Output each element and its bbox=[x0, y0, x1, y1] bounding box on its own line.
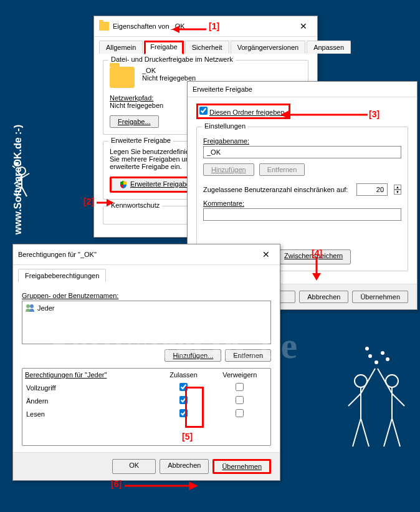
perm-row-change: Ändern bbox=[22, 394, 270, 407]
svg-point-27 bbox=[30, 304, 34, 308]
deny-read-checkbox[interactable] bbox=[236, 409, 244, 417]
svg-point-26 bbox=[26, 304, 30, 308]
svg-line-17 bbox=[378, 369, 392, 394]
tab-allgemein[interactable]: Allgemein bbox=[99, 41, 143, 54]
annotation-6: [6] bbox=[111, 479, 122, 489]
tabs: Freigabeberechtigungen bbox=[13, 265, 280, 282]
annotation-2: [2] bbox=[84, 196, 94, 206]
svg-marker-33 bbox=[280, 110, 289, 119]
annotation-5: [5] bbox=[182, 432, 193, 442]
svg-line-18 bbox=[392, 394, 404, 406]
cancel-button[interactable]: Abbrechen bbox=[299, 291, 348, 303]
svg-line-2 bbox=[14, 178, 22, 184]
svg-point-0 bbox=[18, 167, 26, 175]
group-legend: Einstellungen bbox=[202, 122, 248, 130]
sharename-label: Freigabename: bbox=[203, 137, 401, 145]
titlebar[interactable]: Berechtigungen für "_OK" ✕ bbox=[13, 244, 280, 265]
arrow-1 bbox=[172, 23, 209, 37]
svg-marker-35 bbox=[312, 273, 321, 281]
svg-point-6 bbox=[16, 162, 18, 165]
users-icon bbox=[25, 304, 35, 312]
arrow-6 bbox=[125, 480, 199, 493]
share-folder-checkbox[interactable] bbox=[199, 107, 208, 115]
spin-up-icon[interactable]: ▲ bbox=[394, 185, 401, 190]
perm-label: Vollzugriff bbox=[22, 381, 158, 394]
allow-full-checkbox[interactable] bbox=[179, 383, 188, 391]
group-legend: Erweiterte Freigabe bbox=[108, 137, 173, 144]
comments-label: Kommentare: bbox=[203, 200, 401, 207]
comments-input[interactable] bbox=[203, 208, 401, 221]
add-user-button[interactable]: Hinzufügen... bbox=[165, 349, 221, 362]
perm-row-read: Lesen bbox=[22, 407, 270, 420]
folder-icon bbox=[99, 22, 109, 31]
arrow-3 bbox=[280, 110, 371, 121]
deny-change-checkbox[interactable] bbox=[236, 396, 244, 404]
folder-name: _OK bbox=[142, 67, 196, 74]
tabs: Allgemein Freigabe Sicherheit Vorgängerv… bbox=[94, 37, 317, 54]
users-listbox[interactable]: Jeder bbox=[22, 301, 271, 344]
permissions-dialog: Berechtigungen für "_OK" ✕ Freigabeberec… bbox=[12, 244, 280, 481]
dialog-title: Berechtigungen für "_OK" bbox=[18, 251, 257, 258]
share-folder-highlight: Diesen Ordner freigeben bbox=[196, 104, 290, 119]
svg-line-11 bbox=[361, 369, 375, 394]
apply-button[interactable]: Übernehmen bbox=[212, 459, 271, 474]
allow-read-checkbox[interactable] bbox=[179, 409, 188, 417]
dialog-title: Erweiterte Freigabe bbox=[193, 85, 412, 93]
apply-button[interactable]: Übernehmen bbox=[352, 291, 408, 303]
stick-figure-highfive bbox=[339, 344, 414, 456]
stick-figure-idea bbox=[9, 162, 34, 200]
perm-row-full: Vollzugriff bbox=[22, 381, 270, 394]
shield-icon bbox=[119, 180, 128, 189]
list-item-everyone[interactable]: Jeder bbox=[24, 303, 269, 313]
svg-point-23 bbox=[375, 361, 378, 364]
folder-icon-large bbox=[110, 67, 135, 88]
remove-user-button[interactable]: Entfernen bbox=[225, 349, 271, 362]
annotation-1: [1] bbox=[209, 21, 219, 31]
ok-button[interactable]: OK bbox=[112, 459, 156, 474]
col-allow: Zulassen bbox=[158, 369, 209, 381]
tab-freigabe[interactable]: Freigabe bbox=[144, 41, 183, 54]
add-button: Hinzufügen bbox=[203, 163, 254, 176]
share-button[interactable]: Freigabe... bbox=[110, 115, 159, 128]
tab-sicherheit[interactable]: Sicherheit bbox=[185, 41, 229, 54]
deny-full-checkbox[interactable] bbox=[236, 383, 244, 391]
tab-anpassen[interactable]: Anpassen bbox=[307, 41, 351, 54]
max-users-input[interactable] bbox=[356, 183, 388, 196]
allow-change-checkbox[interactable] bbox=[179, 396, 188, 404]
share-folder-checkbox-label[interactable]: Diesen Ordner freigeben bbox=[199, 109, 285, 116]
svg-point-24 bbox=[366, 347, 368, 350]
svg-line-12 bbox=[348, 394, 361, 406]
tab-share-permissions[interactable]: Freigabeberechtigungen bbox=[18, 269, 106, 283]
arrow-2 bbox=[97, 198, 115, 208]
permissions-table-box: Berechtigungen für "Jeder" Zulassen Verw… bbox=[22, 368, 271, 446]
titlebar[interactable]: Erweiterte Freigabe bbox=[188, 82, 417, 97]
arrow-4 bbox=[310, 257, 323, 283]
svg-line-5 bbox=[22, 187, 27, 196]
svg-marker-31 bbox=[107, 199, 114, 206]
svg-point-21 bbox=[369, 355, 371, 357]
svg-line-4 bbox=[17, 187, 22, 196]
sharename-input[interactable] bbox=[203, 146, 401, 158]
perm-label: Lesen bbox=[22, 407, 158, 420]
spin-down-icon[interactable]: ▼ bbox=[394, 190, 401, 195]
svg-point-22 bbox=[381, 352, 384, 354]
perm-label: Ändern bbox=[22, 394, 158, 407]
svg-line-14 bbox=[361, 418, 369, 447]
cancel-button[interactable]: Abbrechen bbox=[160, 459, 209, 474]
group-legend: Kennwortschutz bbox=[108, 201, 162, 209]
perms-for-label: Berechtigungen für "Jeder" bbox=[25, 371, 107, 379]
close-icon[interactable]: ✕ bbox=[295, 20, 312, 32]
tab-vorgaenger[interactable]: Vorgängerversionen bbox=[231, 41, 305, 54]
svg-marker-37 bbox=[189, 481, 198, 490]
close-icon[interactable]: ✕ bbox=[257, 248, 275, 261]
svg-line-20 bbox=[392, 418, 400, 447]
svg-point-25 bbox=[386, 358, 389, 360]
groups-users-label: Gruppen- oder Benutzernamen: bbox=[22, 292, 271, 299]
group-legend: Datei- und Druckerfreigabe im Netzwerk bbox=[108, 56, 236, 63]
max-users-label: Zugelassene Benutzeranzahl einschränken … bbox=[203, 186, 350, 193]
svg-line-13 bbox=[353, 418, 361, 447]
col-deny: Verweigern bbox=[209, 369, 270, 381]
remove-button: Entfernen bbox=[259, 163, 305, 176]
svg-marker-29 bbox=[172, 26, 179, 33]
item-label: Jeder bbox=[37, 304, 55, 312]
